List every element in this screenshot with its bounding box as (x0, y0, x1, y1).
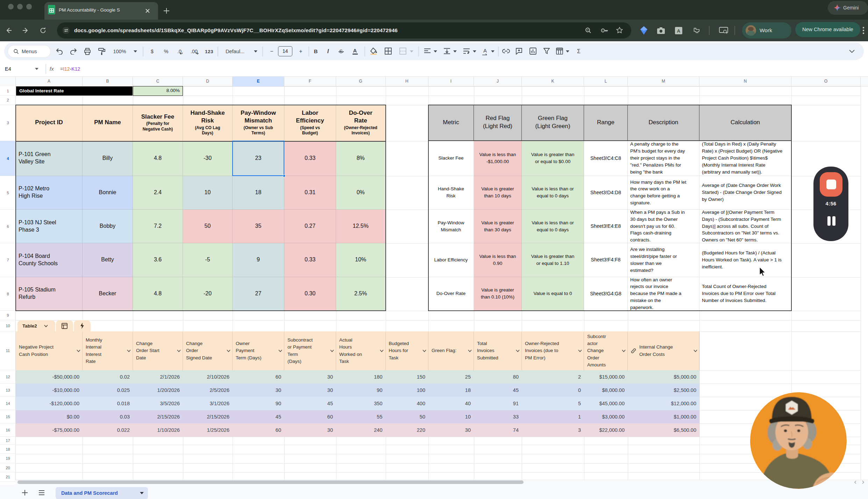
svg-text:A: A (677, 28, 681, 34)
